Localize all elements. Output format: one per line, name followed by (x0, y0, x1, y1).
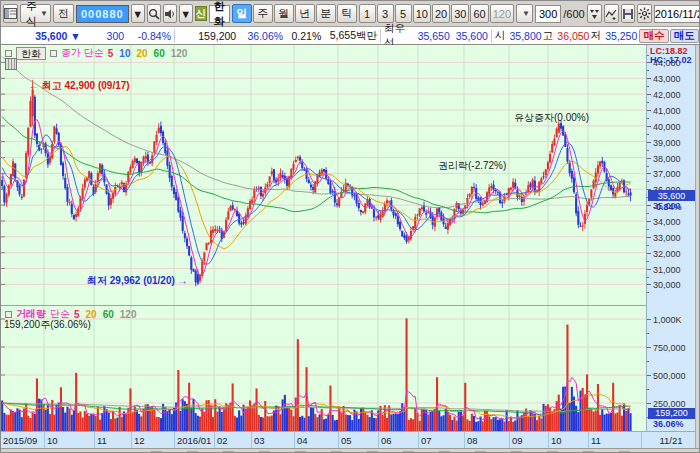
chart-tool-icon[interactable] (5, 58, 17, 70)
checkbox-icon[interactable] (5, 50, 12, 57)
legend-ma-20: 20 (136, 48, 147, 59)
date-axis[interactable]: 11/21 2015/091011122016/0102030405060708… (1, 431, 695, 448)
legend-ma-120: 120 (171, 48, 188, 59)
sell-button[interactable]: 매도 (670, 29, 699, 43)
asset-type-select[interactable]: 주식▼ (20, 4, 51, 23)
buy-button[interactable]: 매수 (639, 29, 668, 43)
stock-code-input[interactable]: 000880 (76, 5, 129, 23)
period-tab-1[interactable]: 일 (232, 4, 252, 23)
code-dropdown-button[interactable]: ▼ (131, 4, 145, 23)
checkbox-icon[interactable] (5, 311, 12, 318)
high-price: 36,050 (554, 30, 589, 42)
settings-button[interactable] (637, 4, 652, 23)
volume-chart[interactable] (1, 306, 646, 431)
minute-button-30[interactable]: 30 (451, 4, 469, 23)
axis-tick (647, 166, 649, 167)
chevron-down-icon: ▼ (40, 9, 48, 18)
axis-tick (647, 70, 649, 71)
price-axis-label: 38,000 (653, 154, 681, 164)
axis-tick (647, 173, 651, 174)
window-menu-icon[interactable] (3, 4, 18, 23)
axis-tick (647, 55, 649, 56)
minute-button-10[interactable]: 10 (413, 4, 431, 23)
legend-ma-periods: 5102060120 (108, 48, 188, 59)
axis-tick (647, 221, 651, 222)
price-axis-label: 30,000 (653, 280, 681, 290)
date-input[interactable]: 2016/11/21 (654, 5, 700, 23)
date-axis-separator (251, 432, 252, 449)
date-axis-separator (214, 432, 215, 449)
axis-tick (647, 292, 649, 293)
continuous-lookup-button[interactable] (587, 4, 602, 23)
bottom-toolbar-cutoff (1, 448, 700, 453)
price-axis-label: 40,000 (653, 122, 681, 132)
period-tab-5[interactable]: 분 (316, 4, 336, 23)
down-arrow-icon: ▼ (70, 30, 80, 42)
period-tab-2[interactable]: 주 (253, 4, 273, 23)
save-button[interactable] (621, 4, 635, 23)
checkbox-icon[interactable] (50, 50, 57, 57)
high-annotation: ← 최고 42,900 (09/17) (29, 79, 130, 93)
axis-tick (647, 102, 649, 103)
minute-button-3[interactable]: 3 (377, 4, 394, 23)
price-axis-label: 42,000 (653, 90, 681, 100)
period-tab-3[interactable]: 월 (274, 4, 294, 23)
search-icon (148, 8, 160, 20)
axis-tick (647, 110, 651, 111)
date-axis-separator (641, 432, 642, 449)
current-volume-ratio-tag: 36.06% (653, 419, 684, 429)
axis-tick (647, 86, 649, 87)
date-axis-label: 11 (591, 435, 601, 446)
prev-stock-button[interactable]: 전 (53, 4, 74, 23)
date-axis-separator (418, 432, 419, 449)
current-change-tag: -0.84% (653, 202, 682, 212)
date-axis-label: 06 (381, 435, 392, 446)
price-change-pct: -0.84% (125, 30, 171, 42)
date-axis-separator (131, 432, 132, 449)
sound-dropdown-button[interactable]: ▼ (179, 4, 193, 23)
date-axis-label: 03 (254, 435, 265, 446)
divider (380, 29, 381, 43)
date-axis-separator (44, 432, 45, 449)
date-axis-label: 09 (512, 435, 523, 446)
price-axis-label: 37,000 (653, 169, 681, 179)
legend-ma-type: 종가 단순 (61, 46, 104, 60)
volume-axis-label: 750,000 (653, 343, 686, 353)
minute-button-120[interactable]: 120 (490, 4, 514, 23)
divider (174, 29, 175, 43)
bar-total-label: /600 (563, 8, 584, 20)
bar-count-input[interactable]: 300 (535, 5, 561, 23)
price-axis-label: 39,000 (653, 138, 681, 148)
axis-tick (647, 126, 651, 127)
interval-select[interactable]: ▼ (516, 4, 533, 23)
top-toolbar: 주식▼ 전 000880 ▼ ▼ 신 한화 일주월년분틱 13510203060… (1, 1, 700, 27)
search-button[interactable] (147, 4, 161, 23)
right-axis[interactable]: LC:18.82 HC:-17.02 30,00031,00032,00033,… (646, 45, 695, 431)
legend-stock-name[interactable]: 한화 (16, 47, 46, 60)
divider (491, 29, 492, 43)
date-axis-separator (509, 432, 510, 449)
minute-button-20[interactable]: 20 (432, 4, 450, 23)
minute-button-1[interactable]: 1 (359, 4, 376, 23)
sound-button[interactable] (163, 4, 177, 23)
period-tab-4[interactable]: 년 (295, 4, 315, 23)
date-axis-label: 04 (297, 435, 308, 446)
minute-button-5[interactable]: 5 (395, 4, 412, 23)
stock-name-field[interactable]: 한화 (209, 5, 230, 23)
date-axis-label: 05 (341, 435, 352, 446)
legend-ma-10: 10 (119, 48, 130, 59)
axis-tick (647, 245, 649, 246)
chevron-down-icon: ▼ (180, 8, 191, 20)
minute-button-60[interactable]: 60 (470, 4, 488, 23)
axis-tick (647, 269, 651, 270)
period-tab-6[interactable]: 틱 (337, 4, 357, 23)
price-change: 300 (82, 30, 124, 42)
date-axis-label: 08 (467, 435, 478, 446)
volume-value: 159,200 (178, 30, 236, 42)
date-axis-separator (378, 432, 379, 449)
date-axis-label: 12 (134, 435, 145, 446)
axis-tick (647, 134, 649, 135)
date-axis-right-label: 11/21 (649, 435, 693, 446)
trendline-tool-button[interactable] (604, 4, 619, 23)
date-axis-separator (294, 432, 295, 449)
